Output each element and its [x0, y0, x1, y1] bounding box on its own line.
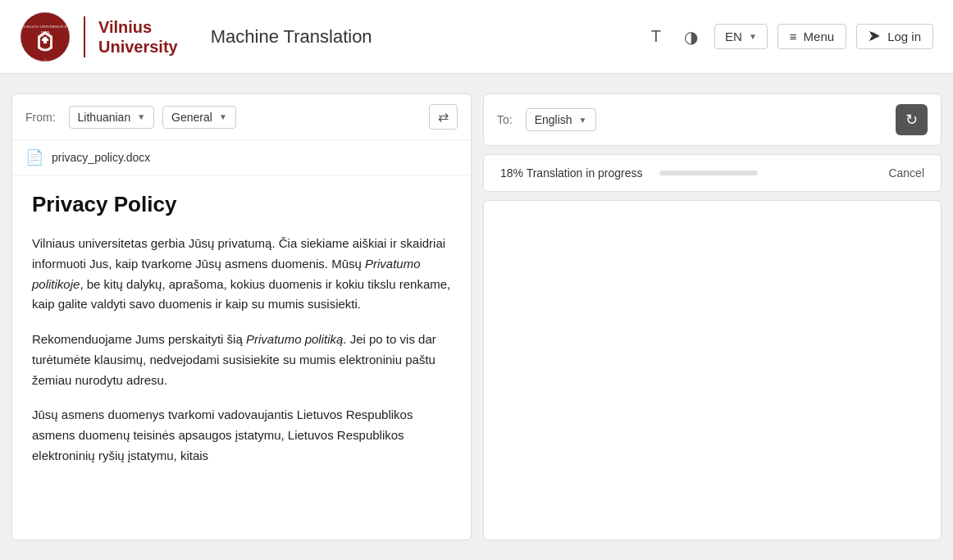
- document-title: Privacy Policy: [32, 192, 451, 217]
- translation-output: [483, 200, 942, 540]
- login-button[interactable]: ⮞ Log in: [856, 24, 933, 49]
- translate-icon: ↻: [905, 111, 918, 129]
- domain-dropdown[interactable]: General ▼: [162, 106, 236, 129]
- lang-label: EN: [725, 30, 742, 43]
- paragraph-2: Rekomenduojame Jums perskaityti šią Priv…: [32, 330, 451, 390]
- swap-icon: ⇄: [438, 109, 449, 125]
- paragraph-1: Vilniaus universitetas gerbia Jūsų priva…: [32, 234, 451, 315]
- logo-divider: [84, 16, 85, 57]
- target-lang-label: English: [535, 113, 572, 126]
- menu-button[interactable]: ≡ Menu: [777, 24, 846, 49]
- language-selector-button[interactable]: EN ▼: [714, 24, 768, 49]
- login-label: Log in: [887, 30, 921, 43]
- domain-caret-icon: ▼: [219, 112, 227, 121]
- logo-area: VILNIAUS UNIVERSITETAS 1579 △ Vilnius Un…: [20, 11, 178, 62]
- filename: privacy_policy.docx: [52, 151, 150, 164]
- svg-text:VILNIAUS UNIVERSITETAS: VILNIAUS UNIVERSITETAS: [20, 25, 71, 29]
- swap-languages-button[interactable]: ⇄: [429, 104, 458, 130]
- font-size-button[interactable]: T: [645, 20, 668, 52]
- contrast-button[interactable]: ◑: [677, 20, 704, 53]
- cancel-button[interactable]: Cancel: [888, 166, 924, 180]
- hamburger-icon: ≡: [790, 30, 797, 43]
- progress-info: 18% Translation in progress: [500, 166, 758, 180]
- source-panel: From: Lithuanian ▼ General ▼ ⇄ 📄 privacy…: [11, 93, 472, 540]
- target-lang-caret-icon: ▼: [579, 116, 587, 125]
- domain-label: General: [171, 111, 212, 124]
- main-content: From: Lithuanian ▼ General ▼ ⇄ 📄 privacy…: [0, 74, 953, 560]
- target-language-dropdown[interactable]: English ▼: [526, 108, 596, 131]
- source-text-content[interactable]: Privacy Policy Vilniaus universitetas ge…: [12, 175, 471, 540]
- menu-label: Menu: [804, 30, 835, 43]
- login-icon: ⮞: [869, 30, 881, 43]
- source-panel-header: From: Lithuanian ▼ General ▼ ⇄: [12, 94, 471, 140]
- header-actions: T ◑ EN ▼ ≡ Menu ⮞ Log in: [645, 20, 933, 53]
- header: VILNIAUS UNIVERSITETAS 1579 △ Vilnius Un…: [0, 0, 953, 74]
- vu-logo-icon: VILNIAUS UNIVERSITETAS 1579 △: [20, 11, 71, 62]
- progress-bar-container: 18% Translation in progress Cancel: [483, 154, 942, 192]
- file-bar: 📄 privacy_policy.docx: [12, 140, 471, 175]
- progress-text: 18% Translation in progress: [500, 166, 643, 180]
- font-icon: T: [651, 27, 661, 46]
- to-label: To:: [497, 113, 513, 126]
- source-language-dropdown[interactable]: Lithuanian ▼: [69, 106, 155, 129]
- lang-caret-icon: ▼: [749, 32, 757, 41]
- app-title: Machine Translation: [211, 26, 645, 48]
- target-panel-header: To: English ▼ ↻: [483, 93, 942, 146]
- translate-button[interactable]: ↻: [896, 104, 928, 135]
- source-lang-caret-icon: ▼: [137, 112, 145, 121]
- progress-track: [659, 171, 758, 175]
- source-lang-label: Lithuanian: [78, 111, 131, 124]
- paragraph-3: Jūsų asmens duomenys tvarkomi vadovaujan…: [32, 405, 451, 466]
- target-panel: To: English ▼ ↻ 18% Translation in progr…: [483, 93, 942, 540]
- logo-text: Vilnius University: [98, 17, 178, 57]
- svg-rect-4: [42, 39, 48, 41]
- document-icon: 📄: [25, 148, 43, 166]
- from-label: From:: [25, 111, 56, 124]
- contrast-icon: ◑: [684, 27, 698, 47]
